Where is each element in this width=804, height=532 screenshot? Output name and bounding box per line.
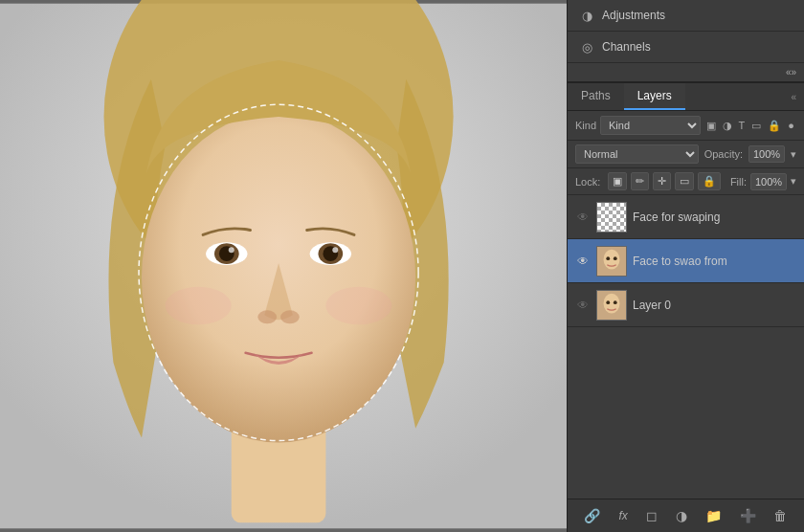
blend-mode-select[interactable]: Normal Multiply Screen Overlay xyxy=(575,144,699,164)
layer-name: Layer 0 xyxy=(633,299,796,312)
fx-button[interactable]: fx xyxy=(614,506,632,525)
layers-list: 👁 Face for swaping 👁 xyxy=(568,195,804,499)
filter-icons: ▣ ◑ T ▭ 🔒 ● xyxy=(704,119,796,133)
tab-paths[interactable]: Paths xyxy=(568,83,624,110)
layer-visibility-toggle[interactable]: 👁 xyxy=(575,254,591,269)
adjust-filter-btn[interactable]: ◑ xyxy=(721,119,734,133)
layer-toolbar: 🔗 fx ◻ ◑ 📁 ➕ 🗑 xyxy=(568,499,804,532)
layer-name: Face for swaping xyxy=(633,211,796,224)
channels-label: Channels xyxy=(602,40,651,54)
filter-row: Kind Kind ▣ ◑ T ▭ 🔒 ● xyxy=(568,111,804,141)
opacity-arrow[interactable]: ▾ xyxy=(791,148,796,161)
folder-button[interactable]: 📁 xyxy=(701,505,726,526)
adjustments-icon: ◑ xyxy=(579,8,594,23)
layer-thumbnail xyxy=(596,202,627,233)
lock-artboard-btn[interactable]: ▭ xyxy=(675,172,694,190)
layer-visibility-toggle[interactable]: 👁 xyxy=(575,210,591,225)
kind-select[interactable]: Kind xyxy=(600,116,701,135)
svg-point-12 xyxy=(257,310,277,323)
lock-label: Lock: xyxy=(575,176,600,188)
more-filter-btn[interactable]: ● xyxy=(786,119,796,132)
opacity-input[interactable] xyxy=(748,145,785,163)
layers-panel: Paths Layers « Kind Kind ▣ ◑ T ▭ 🔒 ● Nor… xyxy=(568,83,804,532)
adjustments-label: Adjustments xyxy=(602,9,665,22)
svg-point-11 xyxy=(332,247,338,253)
svg-point-15 xyxy=(325,287,391,324)
channels-panel-item[interactable]: ◎ Channels xyxy=(568,32,804,63)
new-layer-button[interactable]: ➕ xyxy=(735,505,761,526)
top-panel: ◑ Adjustments ◎ Channels «» xyxy=(568,0,804,83)
collapse-button[interactable]: «» xyxy=(782,65,800,79)
svg-point-14 xyxy=(166,287,232,324)
tab-layers[interactable]: Layers xyxy=(624,83,685,110)
tab-close[interactable]: « xyxy=(783,88,804,106)
lock-transparency-btn[interactable]: ▣ xyxy=(608,172,627,190)
layer-item[interactable]: 👁 Layer 0 xyxy=(568,283,804,327)
canvas-area xyxy=(0,0,567,532)
fill-input[interactable] xyxy=(750,173,787,190)
mask-button[interactable]: ◻ xyxy=(641,505,662,526)
delete-button[interactable]: 🗑 xyxy=(769,505,792,526)
layer-name: Face to swao from xyxy=(633,255,796,268)
layer-item[interactable]: 👁 Face to swao from xyxy=(568,239,804,283)
lock-move-btn[interactable]: ✛ xyxy=(653,172,671,190)
layer-thumbnail xyxy=(596,290,627,321)
channels-icon: ◎ xyxy=(579,39,594,55)
svg-point-7 xyxy=(229,247,234,253)
svg-point-19 xyxy=(606,256,610,260)
svg-point-24 xyxy=(614,300,617,304)
link-button[interactable]: 🔗 xyxy=(579,505,605,526)
lock-paint-btn[interactable]: ✏ xyxy=(631,172,649,190)
lock-all-btn[interactable]: 🔒 xyxy=(698,172,721,190)
smart-filter-btn[interactable]: 🔒 xyxy=(766,119,783,133)
layer-item[interactable]: 👁 Face for swaping xyxy=(568,195,804,239)
svg-point-23 xyxy=(606,300,610,304)
fill-label: Fill: xyxy=(730,176,747,188)
collapse-bar: «» xyxy=(568,63,804,82)
fill-arrow[interactable]: ▾ xyxy=(791,175,796,188)
svg-point-13 xyxy=(280,310,300,323)
svg-point-20 xyxy=(614,256,617,260)
pixel-filter-btn[interactable]: ▣ xyxy=(704,119,718,133)
kind-label: Kind xyxy=(575,120,596,131)
tabs-row: Paths Layers « xyxy=(568,83,804,111)
layer-visibility-toggle[interactable]: 👁 xyxy=(575,298,591,313)
adjustments-button[interactable]: ◑ xyxy=(671,505,692,526)
right-panel: ◑ Adjustments ◎ Channels «» Paths Layers… xyxy=(567,0,804,532)
text-filter-btn[interactable]: T xyxy=(737,119,748,132)
shape-filter-btn[interactable]: ▭ xyxy=(749,119,763,133)
adjustments-panel-item[interactable]: ◑ Adjustments xyxy=(568,0,804,32)
layer-thumbnail xyxy=(596,246,627,277)
lock-row: Lock: ▣ ✏ ✛ ▭ 🔒 Fill: ▾ xyxy=(568,168,804,195)
blend-row: Normal Multiply Screen Overlay Opacity: … xyxy=(568,141,804,168)
opacity-label: Opacity: xyxy=(704,148,743,160)
